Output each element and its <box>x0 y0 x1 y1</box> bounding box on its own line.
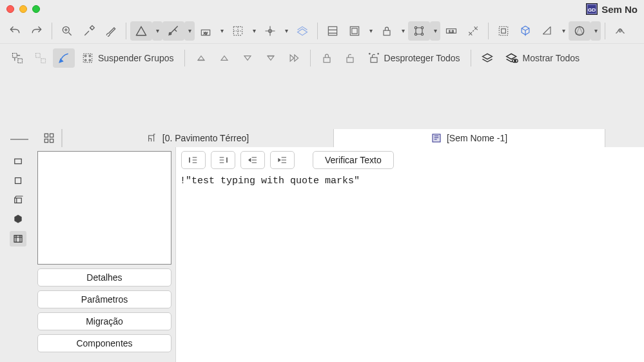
separator <box>310 50 311 66</box>
svg-rect-21 <box>13 54 17 58</box>
dimension-button[interactable]: 1.2 <box>440 21 462 41</box>
chevron-down-icon[interactable]: ▾ <box>430 21 440 41</box>
details-label: Detalhes <box>86 272 122 283</box>
circle-tool-dropdown[interactable]: ▾ <box>569 21 601 41</box>
guideline-button[interactable] <box>462 21 484 41</box>
zoom-window-button[interactable] <box>32 5 40 13</box>
view-3d-button[interactable] <box>10 212 26 227</box>
tri-up-button[interactable] <box>213 48 235 68</box>
view-front-button[interactable] <box>10 173 26 188</box>
view-section-button[interactable] <box>10 192 26 208</box>
brush-button[interactable] <box>100 21 122 41</box>
svg-point-27 <box>89 55 91 57</box>
collapse-handle-icon[interactable] <box>10 139 28 140</box>
lock-button[interactable] <box>316 48 338 68</box>
verify-text-button[interactable]: Verificar Texto <box>313 151 394 169</box>
tab-unnamed[interactable]: [Sem Nome -1] <box>334 129 605 147</box>
triangle-tool-dropdown[interactable]: ▾ <box>130 21 162 41</box>
coord-tool-dropdown[interactable]: xy ▾ <box>195 21 227 41</box>
script-textarea[interactable]: !"test typing with quote marks" <box>176 173 644 362</box>
chevron-down-icon[interactable]: ▾ <box>281 21 291 41</box>
chevron-down-icon[interactable]: ▾ <box>152 21 162 41</box>
svg-point-33 <box>369 54 370 55</box>
chevron-down-icon[interactable]: ▾ <box>217 21 227 41</box>
separator <box>605 23 605 39</box>
show-all-button[interactable]: Mostrar Todos <box>500 48 585 68</box>
window-title: GD Sem No <box>586 3 638 15</box>
indent-right-button[interactable] <box>211 151 235 169</box>
chevron-down-icon[interactable]: ▾ <box>184 21 195 41</box>
zoom-tool-button[interactable] <box>56 21 78 41</box>
grid-tool-dropdown[interactable]: ▾ <box>227 21 259 41</box>
chevron-down-icon[interactable]: ▾ <box>558 21 569 41</box>
cycle-down-button[interactable] <box>260 48 282 68</box>
tab-grid-button[interactable] <box>36 129 62 147</box>
side-panel: Detalhes Parâmetros Migração Componentes <box>36 147 175 362</box>
svg-rect-44 <box>50 139 53 143</box>
tri-down-button[interactable] <box>237 48 259 68</box>
app-icon: GD <box>586 3 598 15</box>
shape-tool-dropdown[interactable]: ▾ <box>536 21 569 41</box>
svg-point-14 <box>421 33 423 35</box>
svg-point-34 <box>377 54 378 55</box>
snap-tool-dropdown[interactable]: ▾ <box>162 21 195 41</box>
components-label: Componentes <box>76 338 132 348</box>
separator <box>126 23 126 39</box>
svg-rect-10 <box>384 30 390 35</box>
connect-tool-dropdown[interactable]: ▾ <box>408 21 440 41</box>
show-all-label: Mostrar Todos <box>523 53 580 63</box>
edit-group-button[interactable] <box>53 48 75 68</box>
unlock-button[interactable] <box>339 48 361 68</box>
svg-rect-38 <box>15 178 21 184</box>
minimize-window-button[interactable] <box>19 5 27 13</box>
view-top-button[interactable] <box>10 154 26 169</box>
migration-button[interactable]: Migração <box>37 312 171 330</box>
intersect-button[interactable] <box>609 21 631 41</box>
svg-rect-40 <box>14 236 22 243</box>
rotate3d-button[interactable] <box>514 21 536 41</box>
suspend-groups-button[interactable]: Suspender Grupos <box>76 48 179 68</box>
group-select-button[interactable] <box>6 48 28 68</box>
view-tabs: [0. Pavimento Térreo] [Sem Nome -1] <box>36 129 644 147</box>
parameters-button[interactable]: Parâmetros <box>37 290 171 308</box>
tab-unnamed-label: [Sem Nome -1] <box>447 133 507 143</box>
redo-button[interactable] <box>26 21 48 41</box>
unprotect-all-button[interactable]: Desproteger Todos <box>362 48 465 68</box>
lock-tool-dropdown[interactable]: ▾ <box>376 21 408 41</box>
outdent-button[interactable] <box>240 151 265 169</box>
svg-rect-37 <box>15 159 22 164</box>
view-script-button[interactable] <box>10 231 26 246</box>
details-button[interactable]: Detalhes <box>37 268 171 287</box>
svg-text:1.2: 1.2 <box>449 29 454 33</box>
chevron-down-icon[interactable]: ▾ <box>590 21 601 41</box>
chevron-down-icon[interactable]: ▾ <box>398 21 408 41</box>
layers-icon-button[interactable] <box>476 48 498 68</box>
eyedropper-button[interactable] <box>78 21 100 41</box>
separator <box>488 23 489 39</box>
target-tool-dropdown[interactable]: ▾ <box>259 21 291 41</box>
ungroup-button[interactable] <box>30 48 52 68</box>
plane-tool-button[interactable] <box>291 21 313 41</box>
components-button[interactable]: Componentes <box>37 334 171 352</box>
main-toolbar: ▾ ▾ xy ▾ ▾ ▾ ▾ ▾ ▾ 1.2 <box>0 18 644 44</box>
chevron-down-icon[interactable]: ▾ <box>366 21 376 41</box>
separator <box>52 23 52 39</box>
close-window-button[interactable] <box>6 5 14 13</box>
secondary-toolbar: Suspender Grupos Desproteger Todos Mostr… <box>0 44 644 72</box>
separator <box>471 50 471 66</box>
cycle-up-button[interactable] <box>190 48 212 68</box>
indent-button[interactable] <box>270 151 295 169</box>
window-title-text: Sem No <box>601 4 638 15</box>
group-button[interactable] <box>493 21 514 41</box>
skip-button[interactable] <box>283 48 305 68</box>
undo-button[interactable] <box>4 21 26 41</box>
rect-tool-dropdown[interactable]: ▾ <box>344 21 376 41</box>
svg-rect-17 <box>499 26 507 35</box>
tab-floor-plan[interactable]: [0. Pavimento Térreo] <box>63 129 333 147</box>
indent-left-button[interactable] <box>181 151 206 169</box>
content-area: [0. Pavimento Térreo] [Sem Nome -1] Deta… <box>0 129 644 362</box>
layers-button[interactable] <box>322 21 344 41</box>
svg-rect-30 <box>324 57 330 63</box>
svg-point-12 <box>421 26 423 28</box>
chevron-down-icon[interactable]: ▾ <box>249 21 259 41</box>
